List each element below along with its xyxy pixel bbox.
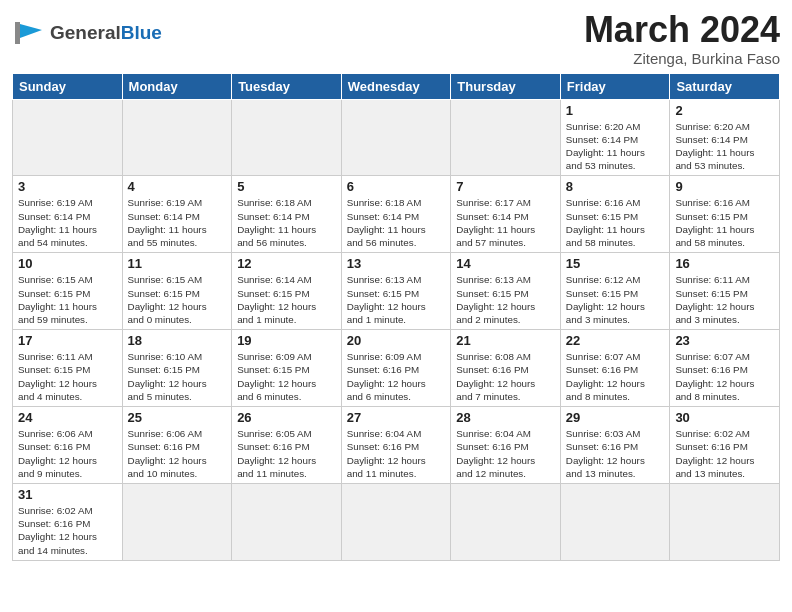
calendar-cell: 22Sunrise: 6:07 AM Sunset: 6:16 PM Dayli… xyxy=(560,330,670,407)
day-number: 27 xyxy=(347,410,446,425)
day-number: 21 xyxy=(456,333,555,348)
week-row-5: 24Sunrise: 6:06 AM Sunset: 6:16 PM Dayli… xyxy=(13,407,780,484)
day-number: 19 xyxy=(237,333,336,348)
calendar-cell xyxy=(451,483,561,560)
day-info: Sunrise: 6:04 AM Sunset: 6:16 PM Dayligh… xyxy=(456,427,555,480)
calendar-cell xyxy=(560,483,670,560)
day-info: Sunrise: 6:04 AM Sunset: 6:16 PM Dayligh… xyxy=(347,427,446,480)
day-number: 23 xyxy=(675,333,774,348)
week-row-2: 3Sunrise: 6:19 AM Sunset: 6:14 PM Daylig… xyxy=(13,176,780,253)
calendar-cell: 19Sunrise: 6:09 AM Sunset: 6:15 PM Dayli… xyxy=(232,330,342,407)
day-number: 16 xyxy=(675,256,774,271)
calendar-cell: 9Sunrise: 6:16 AM Sunset: 6:15 PM Daylig… xyxy=(670,176,780,253)
calendar-cell xyxy=(122,483,232,560)
calendar-cell: 10Sunrise: 6:15 AM Sunset: 6:15 PM Dayli… xyxy=(13,253,123,330)
title-area: March 2024 Zitenga, Burkina Faso xyxy=(584,10,780,67)
header: GeneralBlue March 2024 Zitenga, Burkina … xyxy=(12,10,780,67)
logo-area: GeneralBlue xyxy=(12,10,162,52)
weekday-header-tuesday: Tuesday xyxy=(232,73,342,99)
calendar-cell: 23Sunrise: 6:07 AM Sunset: 6:16 PM Dayli… xyxy=(670,330,780,407)
day-info: Sunrise: 6:07 AM Sunset: 6:16 PM Dayligh… xyxy=(566,350,665,403)
day-number: 10 xyxy=(18,256,117,271)
calendar-cell: 15Sunrise: 6:12 AM Sunset: 6:15 PM Dayli… xyxy=(560,253,670,330)
calendar-cell: 28Sunrise: 6:04 AM Sunset: 6:16 PM Dayli… xyxy=(451,407,561,484)
calendar-cell: 14Sunrise: 6:13 AM Sunset: 6:15 PM Dayli… xyxy=(451,253,561,330)
day-info: Sunrise: 6:19 AM Sunset: 6:14 PM Dayligh… xyxy=(18,196,117,249)
calendar-cell: 18Sunrise: 6:10 AM Sunset: 6:15 PM Dayli… xyxy=(122,330,232,407)
day-info: Sunrise: 6:07 AM Sunset: 6:16 PM Dayligh… xyxy=(675,350,774,403)
day-info: Sunrise: 6:13 AM Sunset: 6:15 PM Dayligh… xyxy=(347,273,446,326)
day-number: 12 xyxy=(237,256,336,271)
calendar-cell: 26Sunrise: 6:05 AM Sunset: 6:16 PM Dayli… xyxy=(232,407,342,484)
day-info: Sunrise: 6:16 AM Sunset: 6:15 PM Dayligh… xyxy=(566,196,665,249)
day-info: Sunrise: 6:19 AM Sunset: 6:14 PM Dayligh… xyxy=(128,196,227,249)
calendar-cell: 4Sunrise: 6:19 AM Sunset: 6:14 PM Daylig… xyxy=(122,176,232,253)
calendar-cell: 7Sunrise: 6:17 AM Sunset: 6:14 PM Daylig… xyxy=(451,176,561,253)
calendar-cell xyxy=(13,99,123,176)
calendar-page: GeneralBlue March 2024 Zitenga, Burkina … xyxy=(0,0,792,571)
day-info: Sunrise: 6:05 AM Sunset: 6:16 PM Dayligh… xyxy=(237,427,336,480)
week-row-3: 10Sunrise: 6:15 AM Sunset: 6:15 PM Dayli… xyxy=(13,253,780,330)
day-info: Sunrise: 6:18 AM Sunset: 6:14 PM Dayligh… xyxy=(237,196,336,249)
calendar-cell xyxy=(451,99,561,176)
calendar-cell: 11Sunrise: 6:15 AM Sunset: 6:15 PM Dayli… xyxy=(122,253,232,330)
weekday-header-friday: Friday xyxy=(560,73,670,99)
day-number: 17 xyxy=(18,333,117,348)
calendar-cell xyxy=(341,483,451,560)
day-number: 15 xyxy=(566,256,665,271)
weekday-header-wednesday: Wednesday xyxy=(341,73,451,99)
weekday-header-thursday: Thursday xyxy=(451,73,561,99)
day-info: Sunrise: 6:20 AM Sunset: 6:14 PM Dayligh… xyxy=(675,120,774,173)
calendar-cell: 29Sunrise: 6:03 AM Sunset: 6:16 PM Dayli… xyxy=(560,407,670,484)
calendar-cell: 12Sunrise: 6:14 AM Sunset: 6:15 PM Dayli… xyxy=(232,253,342,330)
calendar-cell: 8Sunrise: 6:16 AM Sunset: 6:15 PM Daylig… xyxy=(560,176,670,253)
day-info: Sunrise: 6:11 AM Sunset: 6:15 PM Dayligh… xyxy=(675,273,774,326)
day-number: 22 xyxy=(566,333,665,348)
day-info: Sunrise: 6:03 AM Sunset: 6:16 PM Dayligh… xyxy=(566,427,665,480)
day-info: Sunrise: 6:08 AM Sunset: 6:16 PM Dayligh… xyxy=(456,350,555,403)
calendar-cell xyxy=(670,483,780,560)
calendar-cell: 21Sunrise: 6:08 AM Sunset: 6:16 PM Dayli… xyxy=(451,330,561,407)
weekday-header-sunday: Sunday xyxy=(13,73,123,99)
day-number: 5 xyxy=(237,179,336,194)
day-number: 30 xyxy=(675,410,774,425)
day-number: 31 xyxy=(18,487,117,502)
day-number: 14 xyxy=(456,256,555,271)
day-info: Sunrise: 6:14 AM Sunset: 6:15 PM Dayligh… xyxy=(237,273,336,326)
day-info: Sunrise: 6:09 AM Sunset: 6:15 PM Dayligh… xyxy=(237,350,336,403)
day-number: 4 xyxy=(128,179,227,194)
day-info: Sunrise: 6:09 AM Sunset: 6:16 PM Dayligh… xyxy=(347,350,446,403)
calendar-title: March 2024 xyxy=(584,10,780,50)
calendar-cell: 31Sunrise: 6:02 AM Sunset: 6:16 PM Dayli… xyxy=(13,483,123,560)
calendar-cell xyxy=(341,99,451,176)
day-number: 25 xyxy=(128,410,227,425)
day-number: 13 xyxy=(347,256,446,271)
day-number: 26 xyxy=(237,410,336,425)
day-number: 6 xyxy=(347,179,446,194)
weekday-header-monday: Monday xyxy=(122,73,232,99)
day-info: Sunrise: 6:11 AM Sunset: 6:15 PM Dayligh… xyxy=(18,350,117,403)
calendar-cell xyxy=(232,99,342,176)
day-info: Sunrise: 6:17 AM Sunset: 6:14 PM Dayligh… xyxy=(456,196,555,249)
calendar-cell: 3Sunrise: 6:19 AM Sunset: 6:14 PM Daylig… xyxy=(13,176,123,253)
day-number: 20 xyxy=(347,333,446,348)
day-info: Sunrise: 6:02 AM Sunset: 6:16 PM Dayligh… xyxy=(18,504,117,557)
weekday-header-row: SundayMondayTuesdayWednesdayThursdayFrid… xyxy=(13,73,780,99)
day-number: 1 xyxy=(566,103,665,118)
calendar-cell: 27Sunrise: 6:04 AM Sunset: 6:16 PM Dayli… xyxy=(341,407,451,484)
day-info: Sunrise: 6:02 AM Sunset: 6:16 PM Dayligh… xyxy=(675,427,774,480)
calendar-cell: 1Sunrise: 6:20 AM Sunset: 6:14 PM Daylig… xyxy=(560,99,670,176)
week-row-1: 1Sunrise: 6:20 AM Sunset: 6:14 PM Daylig… xyxy=(13,99,780,176)
calendar-cell: 6Sunrise: 6:18 AM Sunset: 6:14 PM Daylig… xyxy=(341,176,451,253)
calendar-cell: 25Sunrise: 6:06 AM Sunset: 6:16 PM Dayli… xyxy=(122,407,232,484)
calendar-cell: 17Sunrise: 6:11 AM Sunset: 6:15 PM Dayli… xyxy=(13,330,123,407)
calendar-cell: 16Sunrise: 6:11 AM Sunset: 6:15 PM Dayli… xyxy=(670,253,780,330)
calendar-cell: 24Sunrise: 6:06 AM Sunset: 6:16 PM Dayli… xyxy=(13,407,123,484)
logo-text: GeneralBlue xyxy=(50,22,162,44)
weekday-header-saturday: Saturday xyxy=(670,73,780,99)
week-row-4: 17Sunrise: 6:11 AM Sunset: 6:15 PM Dayli… xyxy=(13,330,780,407)
svg-marker-1 xyxy=(20,24,42,38)
day-number: 9 xyxy=(675,179,774,194)
day-info: Sunrise: 6:15 AM Sunset: 6:15 PM Dayligh… xyxy=(18,273,117,326)
day-number: 2 xyxy=(675,103,774,118)
